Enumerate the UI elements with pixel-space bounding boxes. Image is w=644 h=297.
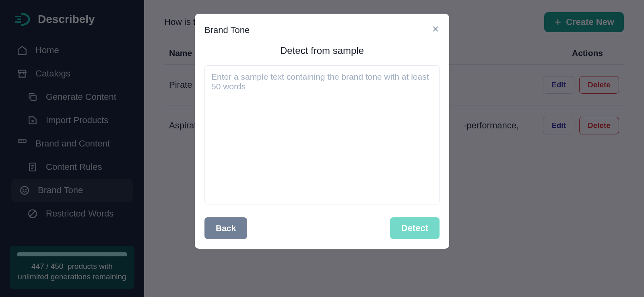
sample-text-input[interactable]	[204, 65, 440, 204]
detect-button[interactable]: Detect	[390, 217, 440, 239]
modal-title: Brand Tone	[204, 25, 440, 35]
back-button[interactable]: Back	[204, 217, 247, 239]
modal-footer: Back Detect	[204, 217, 440, 239]
modal-overlay[interactable]: Brand Tone Detect from sample Back Detec…	[0, 0, 644, 297]
brand-tone-modal: Brand Tone Detect from sample Back Detec…	[195, 14, 449, 249]
modal-subtitle: Detect from sample	[204, 45, 440, 56]
close-icon[interactable]	[431, 25, 440, 33]
